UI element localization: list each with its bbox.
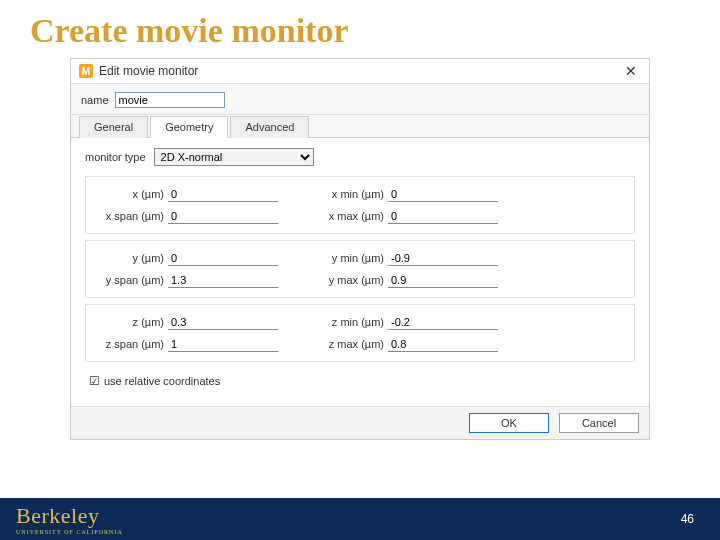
- x-max-input[interactable]: [388, 209, 498, 224]
- x-input[interactable]: [168, 187, 278, 202]
- close-icon[interactable]: ✕: [621, 63, 641, 79]
- slide-footer: Berkeley UNIVERSITY OF CALIFORNIA 46: [0, 498, 720, 540]
- z-input[interactable]: [168, 315, 278, 330]
- dialog-titlebar: M Edit movie monitor ✕: [71, 59, 649, 84]
- z-span-input[interactable]: [168, 337, 278, 352]
- tab-geometry[interactable]: Geometry: [150, 116, 228, 138]
- relative-coords-label: use relative coordinates: [104, 375, 220, 387]
- slide-title: Create movie monitor: [0, 0, 720, 58]
- x-min-label: x min (µm): [308, 188, 388, 200]
- ok-button[interactable]: OK: [469, 413, 549, 433]
- z-span-label: z span (µm): [96, 338, 168, 350]
- name-row: name: [71, 84, 649, 115]
- z-min-input[interactable]: [388, 315, 498, 330]
- geometry-panel: monitor type 2D X-normal x (µm) x min (µ…: [71, 138, 649, 406]
- x-max-label: x max (µm): [308, 210, 388, 222]
- x-group: x (µm) x min (µm) x span (µm) x max (µm): [85, 176, 635, 234]
- z-max-label: z max (µm): [308, 338, 388, 350]
- page-number: 46: [681, 512, 694, 526]
- z-group: z (µm) z min (µm) z span (µm) z max (µm): [85, 304, 635, 362]
- x-span-label: x span (µm): [96, 210, 168, 222]
- y-max-label: y max (µm): [308, 274, 388, 286]
- dialog-title: Edit movie monitor: [99, 64, 621, 78]
- y-max-input[interactable]: [388, 273, 498, 288]
- edit-movie-monitor-dialog: M Edit movie monitor ✕ name General Geom…: [70, 58, 650, 440]
- monitor-type-select[interactable]: 2D X-normal: [154, 148, 314, 166]
- checkbox-icon[interactable]: ☑: [89, 374, 100, 388]
- logo-subtitle: UNIVERSITY OF CALIFORNIA: [16, 529, 123, 535]
- logo-text: Berkeley: [16, 503, 123, 529]
- y-label: y (µm): [96, 252, 168, 264]
- y-group: y (µm) y min (µm) y span (µm) y max (µm): [85, 240, 635, 298]
- monitor-type-row: monitor type 2D X-normal: [85, 148, 635, 166]
- tabs: General Geometry Advanced: [71, 115, 649, 138]
- relative-coords-row[interactable]: ☑ use relative coordinates: [85, 368, 635, 398]
- name-input[interactable]: [115, 92, 225, 108]
- x-min-input[interactable]: [388, 187, 498, 202]
- y-min-label: y min (µm): [308, 252, 388, 264]
- x-span-input[interactable]: [168, 209, 278, 224]
- berkeley-logo: Berkeley UNIVERSITY OF CALIFORNIA: [16, 503, 123, 535]
- app-icon: M: [79, 64, 93, 78]
- tab-general[interactable]: General: [79, 116, 148, 138]
- y-input[interactable]: [168, 251, 278, 266]
- cancel-button[interactable]: Cancel: [559, 413, 639, 433]
- z-max-input[interactable]: [388, 337, 498, 352]
- y-min-input[interactable]: [388, 251, 498, 266]
- monitor-type-label: monitor type: [85, 151, 146, 163]
- name-label: name: [81, 94, 109, 106]
- z-min-label: z min (µm): [308, 316, 388, 328]
- y-span-label: y span (µm): [96, 274, 168, 286]
- x-label: x (µm): [96, 188, 168, 200]
- z-label: z (µm): [96, 316, 168, 328]
- dialog-buttons: OK Cancel: [71, 406, 649, 439]
- y-span-input[interactable]: [168, 273, 278, 288]
- tab-advanced[interactable]: Advanced: [230, 116, 309, 138]
